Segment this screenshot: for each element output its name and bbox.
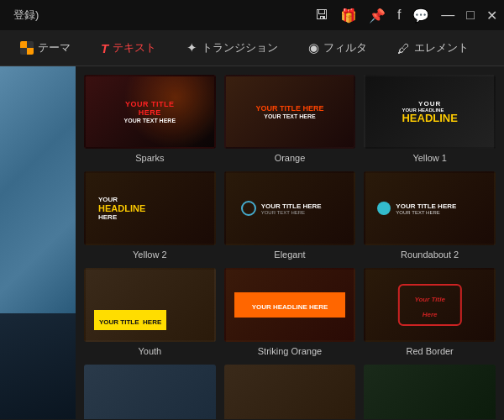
yellow1-your: YOUR — [402, 100, 457, 108]
toolbar-element-label: エレメント — [414, 40, 469, 55]
youth-here: HERE — [143, 318, 161, 326]
sparks-label: Sparks — [135, 153, 164, 163]
sparks-title: YOUR TITLE HERE — [118, 100, 181, 117]
orange-label: Orange — [275, 153, 306, 163]
gift-icon[interactable]: 🎁 — [340, 8, 357, 24]
template-thumb-sparks: YOUR TITLE HERE YOUR TEXT HERE — [84, 75, 216, 149]
facebook-icon[interactable]: f — [397, 8, 401, 23]
template-elegant[interactable]: YOUR TITLE HERE YOUR TEXT HERE Elegant — [224, 171, 356, 260]
maximize-icon[interactable]: □ — [466, 8, 475, 23]
template-yellow1[interactable]: YOUR YOUR HEADLINE HEADLINE Yellow 1 — [364, 75, 496, 163]
elegant-label: Elegant — [274, 249, 305, 260]
yellow1-text: YOUR YOUR HEADLINE HEADLINE — [402, 100, 457, 123]
redborder-label: Red Border — [407, 346, 454, 356]
template-yellow2[interactable]: YOUR HEADLINE HERE Yellow 2 — [84, 171, 216, 260]
orange-title: YOUR TITLE HERE — [255, 104, 323, 113]
template-thumb-youth: YOUR TITLE HERE — [84, 268, 216, 342]
close-icon[interactable]: ✕ — [486, 8, 497, 24]
titlebar-text: 登録) — [13, 8, 39, 23]
redborder-title: Your Title Here — [414, 296, 444, 318]
template-thumb-elegant: YOUR TITLE HERE YOUR TEXT HERE — [224, 171, 356, 245]
template-thumb-redborder: Your Title Here — [364, 268, 496, 342]
partial-thumb-2[interactable] — [224, 365, 356, 419]
template-thumb-orange: YOUR TITLE HERE YOUR TEXT HERE — [224, 75, 356, 149]
element-icon: 🖊 — [397, 41, 410, 55]
toolbar-filter[interactable]: ◉ フィルタ — [302, 37, 374, 59]
minimize-icon[interactable]: — — [441, 8, 454, 23]
orange-text: YOUR TITLE HERE YOUR TEXT HERE — [255, 104, 323, 119]
template-thumb-striking: YOUR HEADLINE HERE — [224, 268, 356, 342]
template-youth[interactable]: YOUR TITLE HERE Youth — [84, 268, 216, 356]
filter-icon: ◉ — [308, 40, 319, 55]
template-thumb-yellow1: YOUR YOUR HEADLINE HEADLINE — [364, 75, 496, 149]
striking-bar: YOUR HEADLINE HERE — [234, 292, 346, 318]
toolbar: テーマ T テキスト ✦ トランジション ◉ フィルタ 🖊 エレメント — [0, 30, 504, 66]
main-layout: 📷 🔊 ⛶ YOUR TITLE HERE YOUR TEXT HERE Spa… — [0, 66, 504, 419]
yellow2-headline: HEADLINE — [98, 203, 145, 213]
sidebar-preview — [0, 66, 76, 419]
roundabout-text: YOUR TITLE HERE YOUR TEXT HERE — [396, 202, 456, 215]
elegant-text: YOUR TITLE HERE YOUR TEXT HERE — [261, 202, 322, 215]
template-grid: YOUR TITLE HERE YOUR TEXT HERE Sparks YO… — [84, 75, 496, 356]
partial-thumb-3[interactable] — [364, 365, 496, 419]
youth-label: Youth — [138, 346, 161, 356]
template-grid-container: YOUR TITLE HERE YOUR TEXT HERE Sparks YO… — [76, 66, 504, 419]
roundabout-dot — [377, 202, 391, 215]
transition-icon: ✦ — [186, 40, 197, 55]
toolbar-text[interactable]: T テキスト — [94, 37, 163, 59]
toolbar-text-label: テキスト — [113, 40, 156, 55]
roundabout-title: YOUR TITLE HERE — [396, 202, 456, 210]
template-thumb-yellow2: YOUR HEADLINE HERE — [84, 171, 216, 245]
sidebar: 📷 🔊 ⛶ — [0, 66, 76, 419]
striking-label: Striking Orange — [258, 346, 322, 356]
partial-row — [84, 365, 496, 419]
striking-title: YOUR HEADLINE HERE — [252, 303, 328, 311]
text-icon: T — [101, 41, 108, 55]
redborder-box: Your Title Here — [397, 284, 461, 326]
elegant-circle — [241, 201, 256, 216]
partial-thumb-1[interactable] — [84, 365, 216, 419]
orange-subtitle: YOUR TEXT HERE — [255, 113, 323, 119]
youth-title: YOUR TITLE — [99, 318, 139, 326]
sidebar-preview-image — [0, 66, 76, 313]
template-thumb-roundabout: YOUR TITLE HERE YOUR TEXT HERE — [364, 171, 496, 245]
yellow1-headline: HEADLINE — [402, 113, 457, 123]
roundabout2-label: Roundabout 2 — [401, 249, 459, 260]
template-striking[interactable]: YOUR HEADLINE HERE Striking Orange — [224, 268, 356, 356]
toolbar-transition-label: トランジション — [202, 40, 278, 55]
elegant-sub: YOUR TEXT HERE — [261, 210, 322, 215]
template-sparks[interactable]: YOUR TITLE HERE YOUR TEXT HERE Sparks — [84, 75, 216, 163]
template-redborder[interactable]: Your Title Here Red Border — [364, 268, 496, 356]
yellow2-your: YOUR — [98, 196, 145, 203]
youth-box: YOUR TITLE HERE — [94, 310, 166, 330]
toolbar-transition[interactable]: ✦ トランジション — [180, 37, 285, 59]
theme-icon — [20, 41, 34, 55]
save-icon[interactable]: 🖫 — [315, 8, 328, 23]
yellow2-here: HERE — [98, 213, 145, 221]
yellow1-label: Yellow 1 — [412, 153, 447, 163]
toolbar-element[interactable]: 🖊 エレメント — [391, 37, 475, 59]
yellow2-text: YOUR HEADLINE HERE — [98, 196, 145, 221]
toolbar-theme[interactable]: テーマ — [13, 37, 77, 59]
yellow2-label: Yellow 2 — [133, 249, 167, 260]
roundabout-sub: YOUR TEXT HERE — [396, 210, 456, 215]
sparks-subtitle: YOUR TEXT HERE — [118, 118, 181, 123]
chat-icon[interactable]: 💬 — [412, 8, 429, 24]
sparks-text: YOUR TITLE HERE YOUR TEXT HERE — [118, 100, 181, 123]
titlebar: 登録) 🖫 🎁 📌 f 💬 — □ ✕ — [0, 0, 504, 30]
pin-icon[interactable]: 📌 — [369, 8, 386, 24]
toolbar-filter-label: フィルタ — [323, 40, 367, 55]
template-orange[interactable]: YOUR TITLE HERE YOUR TEXT HERE Orange — [224, 75, 356, 163]
template-roundabout2[interactable]: YOUR TITLE HERE YOUR TEXT HERE Roundabou… — [364, 171, 496, 260]
elegant-title: YOUR TITLE HERE — [261, 202, 322, 210]
toolbar-theme-label: テーマ — [38, 40, 71, 55]
